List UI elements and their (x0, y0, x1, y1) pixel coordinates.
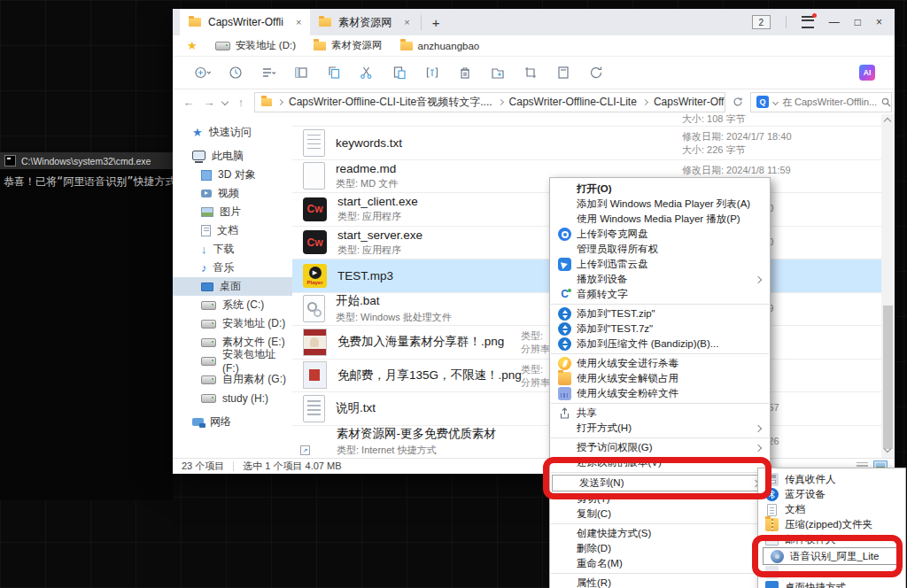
menu-item-add-to-7z[interactable]: 添加到"TEST.7z" (550, 321, 770, 337)
sidebar-item-drive-h[interactable]: study (H:) (173, 389, 292, 407)
sidebar-item-3d-objects[interactable]: 3D 对象 (173, 166, 292, 184)
cmd-title-bar[interactable]: C:\Windows\system32\cmd.exe (0, 152, 174, 169)
file-size: 大小: 108 字节 (682, 112, 746, 126)
forward-icon[interactable]: → (202, 97, 216, 108)
menu-item-wmp-add-list[interactable]: 添加到 Windows Media Player 列表(A) (550, 197, 770, 212)
menu-icon[interactable] (802, 16, 814, 28)
menu-item-create-shortcut[interactable]: 创建快捷方式(S) (550, 526, 770, 541)
tab-close-icon[interactable]: × (296, 17, 301, 27)
sidebar-item-drive-c[interactable]: 系统 (C:) (173, 296, 292, 314)
menu-item-huorong-scan[interactable]: 使用火绒安全进行杀毒 (550, 356, 770, 371)
ai-assistant-icon[interactable]: AI (859, 65, 875, 81)
chrome-shortcut-icon: ↗ (303, 430, 326, 453)
refresh-icon[interactable] (587, 64, 605, 81)
menu-item-add-to-archive[interactable]: 添加到压缩文件 (Bandizip)(B)... (550, 337, 770, 352)
sort-menu-icon[interactable] (260, 64, 277, 81)
recent-locations-icon[interactable] (227, 64, 244, 81)
maximize-button[interactable]: □ (855, 17, 861, 27)
delete-icon[interactable] (456, 64, 474, 81)
new-folder-icon[interactable] (489, 64, 507, 81)
file-resolution-label: 分辨率 (521, 343, 550, 356)
menu-separator (551, 573, 769, 574)
sendto-item-desktop-shortcut[interactable]: 桌面快捷方式 (758, 580, 905, 588)
sidebar-item-drive-d[interactable]: 安装地址 (D:) (173, 314, 292, 333)
recent-pages-chevron-icon[interactable] (221, 98, 229, 105)
search-box[interactable]: Q 在 CapsWriter-Offlin... (750, 92, 892, 112)
new-item-icon[interactable] (194, 64, 212, 81)
sidebar-item-desktop[interactable]: 桌面 (173, 277, 292, 296)
menu-item-copy[interactable]: 复制(C) (550, 507, 770, 522)
close-button[interactable]: × (876, 17, 882, 27)
bandizip-icon (558, 322, 571, 336)
paste-icon[interactable] (391, 64, 408, 81)
annotation-box-send-to (543, 457, 771, 499)
minimize-button[interactable]: — (829, 17, 840, 27)
new-tab-button[interactable]: + (421, 15, 451, 30)
search-icon[interactable] (881, 97, 891, 107)
sidebar-item-videos[interactable]: 视频 (173, 184, 292, 203)
sidebar-item-documents[interactable]: 文档 (173, 221, 292, 240)
tab-capswriter[interactable]: CapsWriter-Offli × (180, 9, 310, 35)
crop-icon[interactable] (522, 64, 539, 81)
favorite-item-anzhuang-d[interactable]: 安装地址 (D:) (215, 39, 296, 52)
sidebar-item-downloads[interactable]: ↓下载 (173, 240, 292, 259)
menu-item-huorong-shred[interactable]: 使用火绒安全粉碎文件 (550, 386, 770, 401)
file-name: 说明.txt (336, 400, 376, 416)
menu-item-rename[interactable]: 重命名(M) (550, 556, 770, 571)
submenu-arrow-icon (755, 276, 762, 283)
sidebar-item-drive-f[interactable]: 安装包地址 (F:) (173, 352, 292, 370)
menu-item-take-ownership[interactable]: 管理员取得所有权 (550, 242, 770, 257)
refresh-address-icon[interactable] (732, 96, 744, 108)
file-modified: 修改日期: 2024/1/8 11:59 (682, 164, 791, 177)
copy-icon[interactable] (325, 64, 343, 81)
tab-close-icon[interactable]: × (404, 17, 409, 27)
sidebar-item-drive-g[interactable]: 自用素材 (G:) (173, 370, 292, 389)
search-dropdown-chevron-icon[interactable] (772, 98, 779, 104)
file-row-partial[interactable]: 大小: 108 字节 (292, 114, 881, 126)
menu-item-huorong-unlock[interactable]: 使用火绒安全解锁占用 (550, 371, 770, 386)
breadcrumb-item[interactable]: CapsWriter-Offline-CLI-Lite (654, 96, 725, 108)
menu-item-upload-thunder[interactable]: 上传到迅雷云盘 (550, 257, 770, 272)
file-type-label: 类型: (521, 329, 550, 343)
favorites-star-icon[interactable]: ★ (187, 40, 198, 51)
tab-count-badge[interactable]: 2 (752, 15, 771, 29)
sidebar-item-pictures[interactable]: 图片 (173, 203, 292, 221)
breadcrumb-item[interactable]: CapsWriter-Offline-CLI-Lite (509, 96, 637, 108)
breadcrumb[interactable]: CapsWriter-Offline-CLI-Lite音视频转文字.... Ca… (254, 92, 725, 112)
menu-item-properties[interactable]: 属性(R) (550, 576, 770, 588)
scrollbar-thumb[interactable] (883, 306, 893, 449)
menu-item-delete[interactable]: 删除(D) (550, 541, 770, 556)
cmd-window[interactable]: C:\Windows\system32\cmd.exe 恭喜！已将“阿里语音识别… (0, 152, 174, 500)
sidebar-item-this-pc[interactable]: 此电脑 (173, 147, 292, 166)
sendto-item-documents[interactable]: 文档 (758, 502, 905, 517)
scroll-up-icon[interactable] (884, 118, 891, 125)
menu-item-add-to-zip[interactable]: 添加到"TEST.zip" (550, 306, 770, 321)
breadcrumb-item[interactable]: CapsWriter-Offline-CLI-Lite音视频转文字.... (289, 95, 492, 110)
search-engine-icon[interactable]: Q (756, 96, 769, 108)
sidebar-item-music[interactable]: ♪音乐 (173, 259, 292, 277)
favorite-item-sucai[interactable]: 素材资源网 (314, 39, 383, 52)
sendto-item-fax[interactable]: 传真收件人 (758, 472, 905, 487)
menu-item-give-access[interactable]: 授予访问权限(G) (550, 440, 770, 455)
sidebar-item-network[interactable]: 网络 (173, 413, 292, 431)
sidebar-item-quick-access[interactable]: ★快速访问 (173, 123, 292, 142)
menu-item-audio-to-text[interactable]: C音频转文字 (550, 287, 770, 302)
cut-icon[interactable] (358, 64, 376, 81)
file-row-keywords[interactable]: keywords.txt 修改日期: 2024/1/7 18:40大小: 226… (292, 126, 881, 159)
properties-icon[interactable] (554, 64, 572, 81)
menu-item-open-with[interactable]: 打开方式(H) (550, 421, 770, 436)
menu-item-share[interactable]: 共享 (550, 406, 770, 421)
sendto-item-bluetooth[interactable]: 蓝牙设备 (758, 487, 905, 502)
menu-item-upload-quark[interactable]: 上传到夸克网盘 (550, 227, 770, 242)
menu-item-open[interactable]: 打开(O) (550, 182, 770, 197)
preview-pane-icon[interactable] (292, 64, 310, 81)
menu-item-play-to-device[interactable]: 播放到设备 (550, 272, 770, 287)
menu-item-wmp-play[interactable]: 使用 Windows Media Player 播放(P) (550, 212, 770, 227)
tab-sucai[interactable]: 素材资源网 × (310, 9, 418, 35)
vertical-scrollbar[interactable] (881, 114, 895, 458)
favorite-item-anzhuangbao[interactable]: anzhuangbao (400, 41, 480, 51)
up-icon[interactable]: ↑ (234, 97, 248, 108)
back-icon[interactable]: ← (182, 97, 196, 108)
rename-icon[interactable] (423, 64, 441, 81)
sendto-item-zipped-folder[interactable]: 压缩(zipped)文件夹 (758, 517, 905, 532)
